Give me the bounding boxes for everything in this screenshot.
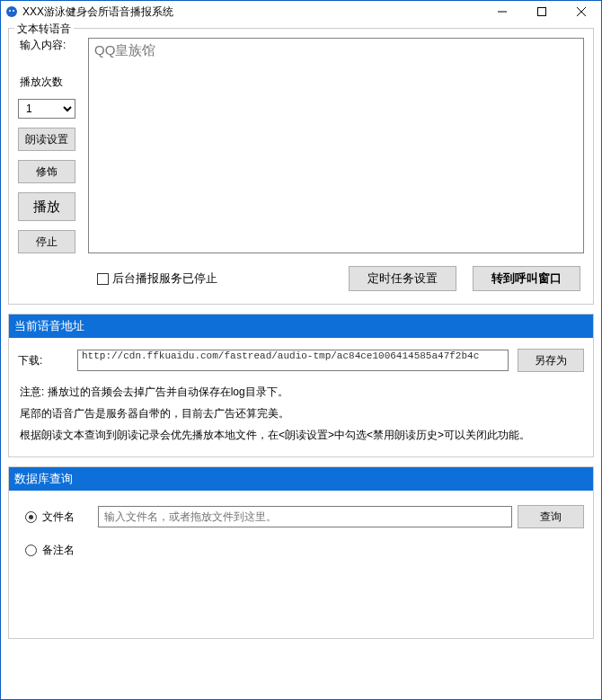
note-text-1: 注意: 播放过的音频会去掉广告并自动保存在log目录下。 (20, 381, 584, 403)
note-text-2: 尾部的语音广告是服务器自带的，目前去广告还算完美。 (20, 403, 584, 424)
read-settings-button[interactable]: 朗读设置 (18, 128, 75, 151)
voice-address-panel: 当前语音地址 下载: http://cdn.ffkuaidu.com/fastr… (8, 314, 594, 457)
maximize-button[interactable] (522, 1, 562, 22)
timer-settings-button[interactable]: 定时任务设置 (349, 266, 456, 291)
note-text-3: 根据朗读文本查询到朗读记录会优先播放本地文件，在<朗读设置>中勾选<禁用朗读历史… (20, 424, 584, 446)
download-url-input[interactable]: http://cdn.ffkuaidu.com/fastread/audio-t… (77, 350, 509, 371)
save-as-button[interactable]: 另存为 (518, 349, 584, 372)
db-query-panel: 数据库查询 文件名 查询 备注名 (8, 466, 594, 639)
tts-group: 文本转语音 输入内容: 播放次数 1 朗读设置 修饰 播放 停止 后台播报服务已… (8, 28, 594, 305)
background-service-checkbox[interactable] (97, 273, 109, 285)
decorate-button[interactable]: 修饰 (18, 160, 75, 183)
close-button[interactable] (562, 1, 601, 22)
titlebar: XXX游泳健身会所语音播报系统 (1, 1, 601, 22)
remark-radio-label: 备注名 (42, 543, 93, 558)
window-title: XXX游泳健身会所语音播报系统 (22, 4, 482, 20)
filename-radio-label: 文件名 (42, 509, 93, 525)
switch-call-window-button[interactable]: 转到呼叫窗口 (473, 266, 580, 291)
app-icon (4, 4, 19, 19)
filename-radio[interactable] (25, 511, 37, 523)
play-count-select[interactable]: 1 (18, 99, 75, 119)
input-label: 输入内容: (18, 38, 81, 53)
download-label: 下载: (18, 353, 68, 368)
count-label: 播放次数 (18, 75, 81, 90)
query-button[interactable]: 查询 (518, 505, 584, 528)
tts-legend: 文本转语音 (14, 22, 74, 37)
svg-point-0 (6, 6, 17, 17)
background-service-label: 后台播报服务已停止 (112, 270, 217, 287)
stop-button[interactable]: 停止 (18, 230, 75, 253)
svg-rect-4 (538, 8, 546, 16)
query-input[interactable] (98, 506, 512, 527)
db-query-header: 数据库查询 (9, 467, 593, 491)
tts-input[interactable] (88, 38, 584, 253)
minimize-button[interactable] (482, 1, 522, 22)
svg-point-2 (13, 10, 14, 12)
remark-radio[interactable] (25, 545, 37, 556)
svg-point-1 (9, 10, 11, 12)
voice-address-header: 当前语音地址 (9, 315, 593, 338)
play-button[interactable]: 播放 (18, 192, 75, 221)
